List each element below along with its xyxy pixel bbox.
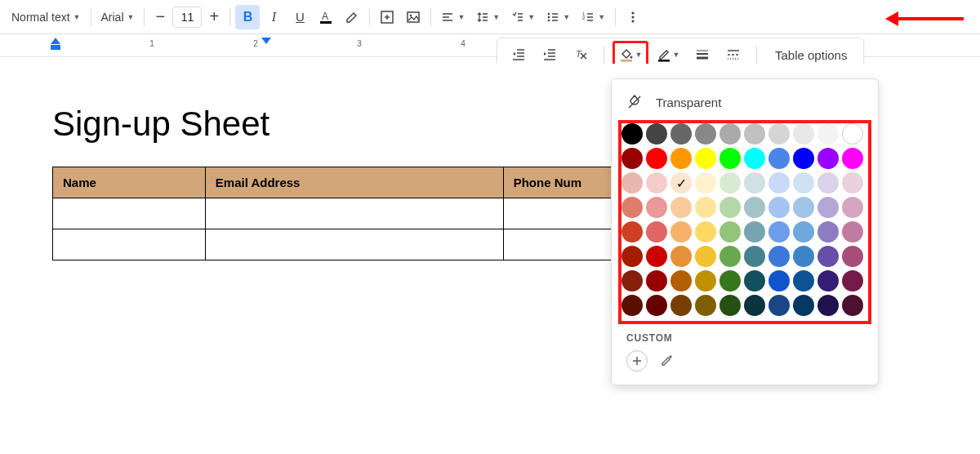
- color-swatch[interactable]: [695, 295, 716, 316]
- color-swatch[interactable]: [842, 246, 863, 267]
- color-swatch[interactable]: [621, 221, 643, 243]
- table-header-name[interactable]: Name: [53, 167, 206, 198]
- indent-marker[interactable]: [51, 38, 60, 50]
- color-swatch[interactable]: [695, 197, 716, 218]
- color-swatch[interactable]: [646, 270, 667, 292]
- color-swatch[interactable]: [719, 221, 741, 243]
- color-swatch[interactable]: [768, 172, 790, 194]
- color-swatch[interactable]: [621, 197, 643, 218]
- table-header-email[interactable]: Email Address: [205, 167, 503, 198]
- color-swatch[interactable]: [646, 123, 667, 145]
- color-swatch[interactable]: [744, 123, 765, 145]
- color-swatch[interactable]: [793, 221, 814, 243]
- color-swatch[interactable]: [646, 197, 667, 218]
- paragraph-styles-dropdown[interactable]: Normal text ▼: [7, 5, 86, 29]
- color-swatch[interactable]: [744, 295, 765, 316]
- color-swatch[interactable]: [793, 270, 814, 292]
- color-swatch[interactable]: [842, 123, 863, 145]
- color-swatch[interactable]: [744, 270, 765, 292]
- color-swatch[interactable]: [719, 270, 741, 292]
- color-swatch[interactable]: [768, 246, 790, 267]
- decrease-font-size-button[interactable]: −: [149, 5, 171, 29]
- color-swatch[interactable]: [768, 123, 790, 145]
- color-swatch[interactable]: [793, 197, 814, 218]
- underline-button[interactable]: U: [287, 5, 312, 29]
- color-swatch[interactable]: [842, 148, 863, 169]
- line-spacing-dropdown[interactable]: ▼: [471, 5, 505, 29]
- color-swatch[interactable]: [842, 270, 863, 292]
- color-swatch[interactable]: [793, 246, 814, 267]
- color-swatch[interactable]: [646, 172, 667, 194]
- font-size-input[interactable]: 11: [172, 7, 202, 28]
- color-swatch[interactable]: [621, 295, 643, 316]
- color-swatch[interactable]: [646, 221, 667, 243]
- align-dropdown[interactable]: ▼: [436, 5, 470, 29]
- color-swatch[interactable]: [646, 246, 667, 267]
- color-swatch[interactable]: [744, 172, 765, 194]
- font-family-dropdown[interactable]: Arial ▼: [96, 5, 140, 29]
- insert-link-button[interactable]: [375, 5, 399, 29]
- color-swatch[interactable]: [719, 172, 741, 194]
- color-swatch[interactable]: [719, 148, 741, 169]
- color-swatch[interactable]: [842, 221, 863, 243]
- eyedropper-button[interactable]: [656, 350, 677, 372]
- color-swatch[interactable]: [670, 295, 692, 316]
- bold-button[interactable]: B: [235, 5, 260, 29]
- color-swatch[interactable]: [817, 295, 839, 316]
- color-swatch[interactable]: [744, 148, 765, 169]
- color-swatch[interactable]: [670, 270, 692, 292]
- color-swatch[interactable]: [842, 172, 863, 194]
- color-swatch[interactable]: [744, 197, 765, 218]
- color-swatch[interactable]: [695, 123, 716, 145]
- color-swatch[interactable]: [793, 148, 814, 169]
- color-swatch[interactable]: [768, 295, 790, 316]
- color-swatch[interactable]: [646, 148, 667, 169]
- color-swatch[interactable]: [817, 270, 839, 292]
- color-swatch[interactable]: [842, 295, 863, 316]
- color-swatch[interactable]: [695, 270, 716, 292]
- color-swatch[interactable]: [670, 246, 692, 267]
- color-swatch[interactable]: ✓: [670, 172, 692, 194]
- color-swatch[interactable]: [646, 295, 667, 316]
- color-swatch[interactable]: [817, 221, 839, 243]
- color-swatch[interactable]: [768, 270, 790, 292]
- color-swatch[interactable]: [744, 221, 765, 243]
- color-swatch[interactable]: [621, 172, 643, 194]
- color-swatch[interactable]: [744, 246, 765, 267]
- highlight-color-button[interactable]: [340, 5, 364, 29]
- color-swatch[interactable]: [621, 270, 643, 292]
- color-swatch[interactable]: [793, 295, 814, 316]
- checklist-dropdown[interactable]: ▼: [506, 5, 540, 29]
- color-swatch[interactable]: [719, 295, 741, 316]
- color-swatch[interactable]: [719, 246, 741, 267]
- color-swatch[interactable]: [817, 246, 839, 267]
- color-swatch[interactable]: [719, 123, 741, 145]
- color-swatch[interactable]: [793, 172, 814, 194]
- color-swatch[interactable]: [670, 197, 692, 218]
- color-swatch[interactable]: [695, 246, 716, 267]
- table-cell[interactable]: [53, 229, 206, 260]
- color-swatch[interactable]: [817, 148, 839, 169]
- text-color-button[interactable]: A: [314, 5, 338, 29]
- italic-button[interactable]: I: [261, 5, 286, 29]
- color-swatch[interactable]: [817, 197, 839, 218]
- increase-font-size-button[interactable]: +: [203, 5, 225, 29]
- bulleted-list-dropdown[interactable]: ▼: [541, 5, 575, 29]
- color-swatch[interactable]: [842, 197, 863, 218]
- table-cell[interactable]: [205, 198, 503, 229]
- color-swatch[interactable]: [768, 148, 790, 169]
- add-custom-color-button[interactable]: [626, 350, 648, 372]
- color-swatch[interactable]: [621, 246, 643, 267]
- transparent-option[interactable]: Transparent: [612, 87, 878, 117]
- color-swatch[interactable]: [817, 123, 839, 145]
- indent-marker-right[interactable]: [261, 38, 271, 44]
- insert-image-button[interactable]: [401, 5, 425, 29]
- color-swatch[interactable]: [670, 123, 692, 145]
- numbered-list-dropdown[interactable]: 12 ▼: [577, 5, 610, 29]
- color-swatch[interactable]: [670, 148, 692, 169]
- color-swatch[interactable]: [695, 172, 716, 194]
- color-swatch[interactable]: [621, 123, 643, 145]
- color-swatch[interactable]: [670, 221, 692, 243]
- color-swatch[interactable]: [695, 148, 716, 169]
- color-swatch[interactable]: [817, 172, 839, 194]
